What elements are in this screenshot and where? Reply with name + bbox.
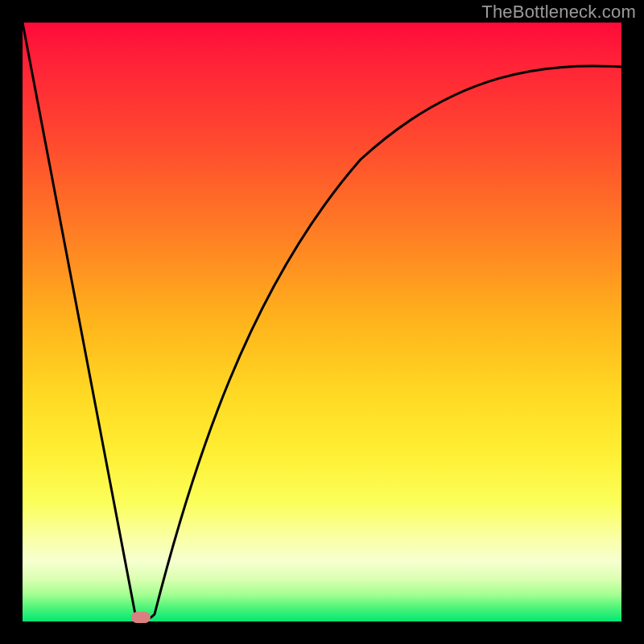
curve-svg [23,23,621,621]
bottleneck-curve [23,23,621,620]
plot-area [23,23,621,621]
optimum-marker [131,612,151,623]
watermark-text: TheBottleneck.com [481,2,636,23]
chart-frame: TheBottleneck.com [0,0,644,644]
